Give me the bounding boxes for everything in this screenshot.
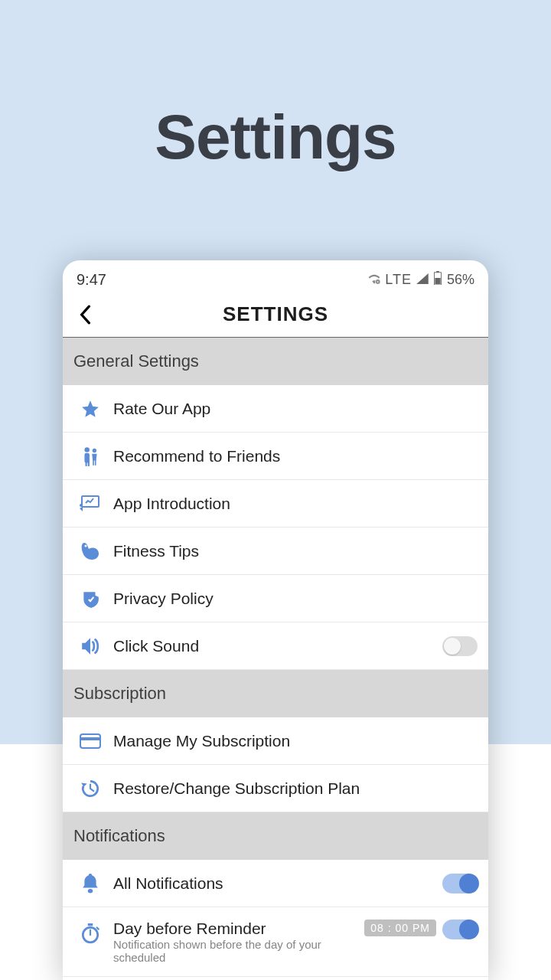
row-label: Fitness Tips (113, 542, 478, 560)
page-title: SETTINGS (73, 302, 478, 326)
svg-point-17 (88, 889, 93, 893)
bell-icon (73, 874, 107, 893)
row-label: Privacy Policy (113, 590, 478, 608)
row-click-sound: Click Sound (63, 622, 488, 670)
people-icon (73, 446, 107, 467)
svg-rect-11 (95, 459, 96, 466)
toggle-all-notifications[interactable] (442, 874, 478, 893)
section-header-subscription: Subscription (63, 670, 488, 717)
sound-icon (73, 637, 107, 655)
svg-point-5 (84, 447, 89, 452)
row-manage-subscription[interactable]: Manage My Subscription (63, 717, 488, 765)
status-battery: 56% (447, 272, 474, 288)
section-header-notifications: Notifications (63, 812, 488, 860)
shield-icon (73, 589, 107, 609)
svg-rect-8 (88, 461, 90, 466)
muscle-icon (73, 541, 107, 561)
restore-icon (73, 778, 107, 799)
svg-rect-7 (86, 461, 87, 466)
row-rate-app[interactable]: Rate Our App (63, 385, 488, 433)
card-icon (73, 733, 107, 750)
hero-title: Settings (0, 101, 551, 173)
wifi-icon: × (368, 272, 380, 288)
row-label: Day before Reminder (113, 920, 364, 938)
row-recommend[interactable]: Recommend to Friends (63, 433, 488, 480)
row-day-before-reminder: Day before Reminder Notification shown b… (63, 907, 488, 977)
section-header-general: General Settings (63, 338, 488, 385)
svg-rect-15 (80, 734, 100, 748)
row-intro[interactable]: App Introduction (63, 480, 488, 528)
app-bar: SETTINGS (63, 296, 488, 338)
svg-rect-10 (93, 459, 94, 466)
phone-frame: 9:47 × LTE 56% SETTINGS General Settings… (63, 260, 488, 980)
svg-point-13 (80, 504, 83, 507)
row-subtitle: Notification shown before the day of you… (113, 938, 364, 964)
row-privacy[interactable]: Privacy Policy (63, 575, 488, 622)
row-restore-subscription[interactable]: Restore/Change Subscription Plan (63, 765, 488, 812)
row-label: Click Sound (113, 637, 442, 655)
svg-text:×: × (377, 279, 379, 284)
presentation-icon (73, 495, 107, 513)
row-label: Restore/Change Subscription Plan (113, 779, 478, 798)
status-carrier: LTE (385, 272, 412, 288)
battery-icon (433, 271, 442, 289)
star-icon (73, 399, 107, 419)
signal-icon (416, 272, 429, 288)
row-label: App Introduction (113, 495, 478, 513)
stopwatch-icon (73, 923, 107, 944)
svg-rect-16 (80, 737, 100, 740)
svg-rect-19 (88, 923, 93, 926)
row-all-notifications: All Notifications (63, 860, 488, 907)
row-label: Manage My Subscription (113, 732, 478, 750)
status-bar: 9:47 × LTE 56% (63, 260, 488, 296)
svg-point-9 (93, 448, 96, 452)
row-fitness[interactable]: Fitness Tips (63, 528, 488, 575)
status-right: × LTE 56% (368, 271, 474, 289)
toggle-day-before[interactable] (442, 920, 478, 939)
time-badge[interactable]: 08 : 00 PM (364, 920, 436, 936)
svg-rect-4 (435, 278, 440, 284)
row-label: Rate Our App (113, 400, 478, 418)
status-time: 9:47 (77, 271, 106, 289)
row-label: Recommend to Friends (113, 447, 478, 466)
toggle-click-sound[interactable] (442, 636, 478, 656)
svg-point-14 (85, 544, 87, 547)
row-label: All Notifications (113, 874, 442, 893)
